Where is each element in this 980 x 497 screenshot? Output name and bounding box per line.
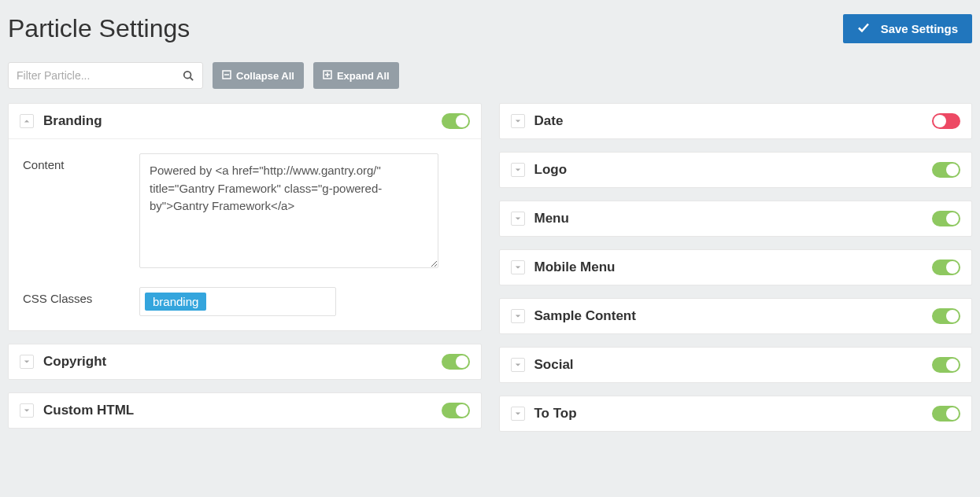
chevron-down-icon [24, 359, 30, 365]
toggle-logo[interactable] [932, 162, 960, 178]
left-column: Branding Content CSS Classes [8, 103, 482, 432]
filter-particle-wrap [8, 62, 203, 89]
card-title-menu: Menu [534, 211, 923, 226]
right-column: Date Logo Menu [499, 103, 973, 432]
chevron-down-icon [515, 264, 521, 271]
collapse-toggle-menu[interactable] [511, 212, 525, 226]
card-custom-html: Custom HTML [8, 392, 482, 429]
collapse-icon [222, 70, 231, 82]
toggle-social[interactable] [932, 357, 960, 373]
collapse-toggle-mobile-menu[interactable] [511, 260, 525, 274]
collapse-toggle-date[interactable] [511, 114, 525, 128]
card-date: Date [499, 103, 973, 139]
card-title-custom-html: Custom HTML [43, 403, 432, 418]
collapse-toggle-branding[interactable] [20, 114, 34, 128]
card-copyright: Copyright [8, 344, 482, 380]
toggle-branding[interactable] [442, 113, 470, 129]
collapse-all-button[interactable]: Collapse All [213, 62, 304, 89]
toggle-menu[interactable] [932, 211, 960, 226]
collapse-toggle-logo[interactable] [511, 163, 525, 177]
toggle-mobile-menu[interactable] [932, 260, 960, 275]
card-menu: Menu [499, 201, 973, 237]
chevron-up-icon [24, 118, 30, 124]
css-tag-branding[interactable]: branding [145, 293, 206, 311]
card-logo: Logo [499, 152, 973, 188]
chevron-down-icon [24, 407, 30, 414]
card-social: Social [499, 347, 973, 383]
chevron-down-icon [515, 118, 521, 124]
chevron-down-icon [515, 215, 521, 222]
css-classes-input[interactable]: branding [139, 287, 336, 316]
toggle-to-top[interactable] [932, 406, 960, 422]
card-title-mobile-menu: Mobile Menu [534, 260, 923, 275]
save-settings-label: Save Settings [881, 22, 958, 35]
toggle-date[interactable] [932, 113, 960, 129]
toggle-sample-content[interactable] [932, 308, 960, 324]
card-sample-content: Sample Content [499, 298, 973, 334]
expand-all-button[interactable]: Expand All [313, 62, 399, 89]
chevron-down-icon [515, 410, 521, 417]
card-title-copyright: Copyright [43, 354, 432, 370]
card-branding: Branding Content CSS Classes [8, 103, 482, 331]
chevron-down-icon [515, 362, 521, 368]
save-settings-button[interactable]: Save Settings [843, 14, 972, 43]
card-title-logo: Logo [534, 162, 923, 178]
card-title-branding: Branding [43, 113, 432, 129]
expand-icon [323, 70, 332, 82]
svg-point-0 [184, 72, 191, 79]
css-classes-label: CSS Classes [23, 287, 139, 316]
filter-particle-input[interactable] [9, 64, 174, 87]
card-title-sample-content: Sample Content [534, 308, 923, 324]
card-title-date: Date [534, 113, 923, 129]
collapse-toggle-copyright[interactable] [20, 355, 34, 369]
content-label: Content [23, 153, 139, 271]
card-mobile-menu: Mobile Menu [499, 249, 973, 285]
collapse-toggle-to-top[interactable] [511, 407, 525, 421]
collapse-toggle-sample-content[interactable] [511, 309, 525, 323]
card-title-social: Social [534, 357, 923, 373]
content-textarea[interactable] [139, 153, 438, 268]
card-title-to-top: To Top [534, 406, 923, 422]
toggle-custom-html[interactable] [442, 403, 470, 418]
search-icon[interactable] [174, 70, 202, 81]
collapse-toggle-social[interactable] [511, 358, 525, 372]
collapse-all-label: Collapse All [236, 70, 294, 82]
toggle-copyright[interactable] [442, 354, 470, 370]
chevron-down-icon [515, 313, 521, 319]
expand-all-label: Expand All [337, 70, 390, 82]
check-icon [857, 21, 870, 36]
page-title: Particle Settings [8, 14, 190, 43]
collapse-toggle-custom-html[interactable] [20, 403, 34, 418]
chevron-down-icon [515, 167, 521, 173]
card-to-top: To Top [499, 396, 973, 432]
